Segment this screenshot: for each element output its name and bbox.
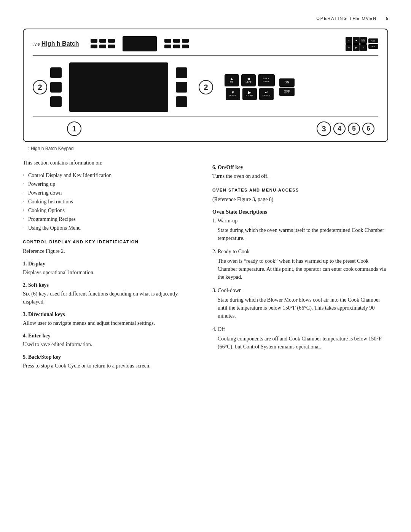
right-soft-keys-main: [176, 67, 187, 107]
bullet-7: Using the Options Menu: [23, 224, 199, 232]
state-warmup-title: 1. Warm-up: [212, 217, 388, 225]
soft-key-top-r2: [173, 39, 180, 43]
item-directional-title: 3. Directional keys: [23, 310, 199, 318]
on-off-small: ON OFF: [368, 38, 378, 49]
on-btn-sm: ON: [368, 38, 378, 43]
state-off-body: Cooking components are off and Cook Cham…: [218, 335, 388, 351]
keypad-main-row: 2 2 ▲: [33, 59, 378, 113]
state-ready-title: 2. Ready to Cook: [212, 248, 388, 256]
circle-3: 3: [317, 121, 331, 136]
nav-enter-btn: ↵ ENTER: [259, 88, 274, 100]
bullet-1: Control Display and Key Identification: [23, 171, 199, 179]
section-label: OPERATING THE OVEN: [316, 15, 377, 22]
soft-key-l3: [50, 96, 62, 107]
soft-key-top-3: [108, 39, 115, 43]
item-soft-keys: 2. Soft keys Six (6) keys used for diffe…: [23, 281, 199, 306]
bullet-6: Programming Recipes: [23, 215, 199, 223]
off-btn-sm: OFF: [368, 44, 378, 49]
on-off-key-title: 6. On/Off key: [212, 163, 388, 171]
soft-key-l2: [50, 82, 62, 93]
keypad-bottom-row: 1 3 4 5 6: [33, 121, 378, 136]
soft-key-top-6: [108, 45, 115, 48]
soft-key-top-r4: [164, 45, 171, 48]
display-small: [123, 36, 157, 51]
keypad-top-row: The High h Batch: [33, 36, 378, 51]
nav-left-btn: ◀ LEFT: [241, 74, 256, 86]
nav-cluster-small: ▲ ◀ BACKSTOP ▼ ▶ ↵: [346, 37, 366, 50]
item-soft-keys-body: Six (6) keys used for different function…: [23, 290, 199, 306]
soft-key-l1: [50, 67, 62, 78]
state-off-title: 4. Off: [212, 325, 388, 333]
circle-1: 1: [67, 121, 81, 136]
page-header: OPERATING THE OVEN 5: [23, 15, 388, 22]
control-display-ref: Reference Figure 2.: [23, 247, 199, 255]
nav-down-sm: ▼: [346, 44, 352, 51]
nav-up-btn: ▲ UP: [225, 74, 239, 86]
soft-key-r2: [176, 82, 187, 93]
item-directional: 3. Directional keys Allow user to naviga…: [23, 310, 199, 327]
content-columns: This section contains information on: Co…: [23, 159, 388, 372]
item-enter-title: 4. Enter key: [23, 332, 199, 340]
oven-state-descriptions-title: Oven State Descriptions: [212, 208, 388, 216]
oven-states-ref: (Reference Figure 3, page 6): [212, 195, 388, 203]
nav-down-btn: ▼ DOWN: [226, 88, 240, 100]
soft-key-top-1: [91, 39, 97, 43]
state-cool-down: 3. Cool-down State during which the Blow…: [212, 286, 388, 320]
nav-right-sm: ▶: [353, 44, 360, 51]
soft-key-r3: [176, 96, 187, 107]
left-soft-keys-main: [50, 67, 62, 107]
item-backstop-title: 5. Back/Stop key: [23, 353, 199, 361]
right-column: 6. On/Off key Turns the oven on and off.…: [212, 159, 388, 372]
keypad-diagram: The High h Batch: [23, 29, 388, 142]
figure-caption: : High h Batch Keypad: [28, 145, 388, 152]
soft-key-top-2: [99, 39, 106, 43]
on-off-large: ON OFF: [279, 78, 295, 96]
item-directional-body: Allow user to navigate menus and adjust …: [23, 319, 199, 327]
intro-bullet-list: Control Display and Key Identification P…: [23, 171, 199, 232]
intro-text: This section contains information on:: [23, 159, 199, 167]
brand-label: The High h Batch: [33, 39, 79, 48]
right-circle-2: 2: [199, 80, 213, 94]
state-warmup-body: State during which the oven warms itself…: [218, 226, 388, 242]
soft-key-top-r3: [182, 39, 189, 43]
main-display: [69, 62, 168, 112]
state-warmup: 1. Warm-up State during which the oven w…: [212, 217, 388, 242]
circle-4: 4: [333, 123, 346, 135]
item-backstop: 5. Back/Stop key Press to stop a Cook Cy…: [23, 353, 199, 370]
on-btn-lg: ON: [279, 78, 295, 87]
state-ready-to-cook: 2. Ready to Cook The oven is “ready to c…: [212, 248, 388, 281]
top-soft-keys-right: [164, 39, 189, 48]
control-display-heading: CONTROL DISPLAY AND KEY IDENTIFICATION: [23, 239, 199, 245]
state-ready-body: The oven is “ready to cook” when it has …: [218, 257, 388, 281]
nav-right-btn: ▶ RIGHT: [242, 88, 257, 100]
soft-key-top-4: [91, 45, 97, 48]
nav-up-sm: ▲: [346, 37, 352, 44]
off-btn-lg: OFF: [279, 88, 295, 96]
item-display-title: 1. Display: [23, 260, 199, 268]
back-stop-btn: BACK STOP: [258, 74, 275, 86]
bullet-5: Cooking Options: [23, 206, 199, 214]
item-enter: 4. Enter key Used to save edited informa…: [23, 332, 199, 348]
nav-left-sm: ◀: [353, 37, 360, 44]
soft-key-top-5: [99, 45, 106, 48]
on-off-key-body: Turns the oven on and off.: [212, 172, 388, 180]
bullet-4: Cooking Instructions: [23, 198, 199, 206]
left-circle-2: 2: [33, 80, 47, 94]
oven-states-heading: OVEN STATES AND MENU ACCESS: [212, 187, 388, 193]
bullet-2: Powering up: [23, 180, 199, 188]
item-enter-body: Used to save edited information.: [23, 340, 199, 348]
bullet-3: Powering down: [23, 189, 199, 197]
soft-key-top-r6: [182, 45, 189, 48]
nav-enter-sm: ↵: [360, 44, 367, 51]
item-display-body: Displays operational information.: [23, 268, 199, 276]
top-soft-keys-left: [91, 39, 115, 48]
page-number: 5: [386, 15, 388, 22]
keypad-top-divider: [33, 55, 378, 56]
nav-backstop-sm: BACKSTOP: [360, 37, 367, 44]
item-on-off: 6. On/Off key Turns the oven on and off.: [212, 163, 388, 180]
state-cooldown-body: State during which the Blower Motor blow…: [218, 296, 388, 320]
circle-5: 5: [348, 123, 360, 135]
item-display: 1. Display Displays operational informat…: [23, 260, 199, 276]
soft-key-top-r1: [164, 39, 171, 43]
soft-key-r1: [176, 67, 187, 78]
